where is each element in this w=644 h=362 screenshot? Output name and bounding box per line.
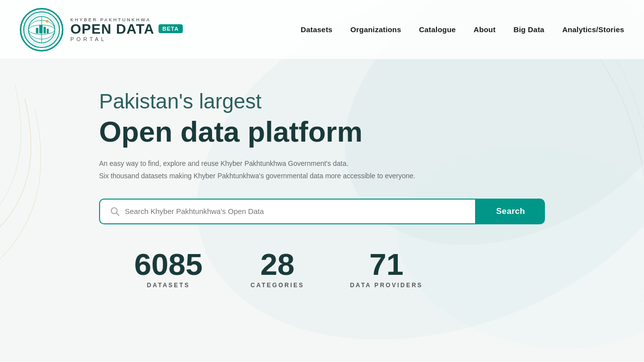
svg-rect-11	[47, 29, 49, 34]
stat-categories-number: 28	[261, 249, 295, 280]
svg-rect-8	[36, 28, 39, 33]
search-input-wrapper	[99, 199, 476, 224]
beta-badge: BETA	[159, 24, 183, 33]
nav-bigdata[interactable]: Big Data	[513, 25, 544, 34]
logo-main-text: OPEN DATA	[70, 22, 155, 36]
stat-providers-number: 71	[370, 249, 404, 280]
stat-datasets-number: 6085	[134, 249, 203, 280]
nav-catalogue[interactable]: Catalogue	[419, 25, 456, 34]
search-bar-container: Search	[99, 199, 545, 224]
search-button[interactable]: Search	[476, 199, 545, 224]
logo-text: KHYBER PAKHTUNKHWA OPEN DATA BETA PORTAL	[70, 17, 183, 42]
nav-analytics[interactable]: Analytics/Stories	[562, 25, 624, 34]
hero-subtitle: Pakistan's largest	[99, 89, 644, 114]
stats-section: 6085 DATASETS 28 CATEGORIES 71 DATA PROV…	[99, 249, 644, 289]
main-nav: Datasets Organizations Catalogue About B…	[301, 25, 624, 34]
stat-datasets: 6085 DATASETS	[114, 249, 223, 289]
logo-area[interactable]: KHYBER PAKHTUNKHWA OPEN DATA BETA PORTAL	[20, 8, 183, 52]
search-input[interactable]	[125, 207, 465, 215]
nav-about[interactable]: About	[474, 25, 495, 34]
main-content: Pakistan's largest Open data platform An…	[0, 59, 644, 289]
logo-sub-text: PORTAL	[70, 36, 183, 42]
svg-line-15	[116, 213, 119, 215]
stat-categories-label: CATEGORIES	[251, 282, 304, 289]
stat-providers: 71 DATA PROVIDERS	[332, 249, 441, 289]
nav-organizations[interactable]: Organizations	[350, 25, 401, 34]
hero-title: Open data platform	[99, 116, 644, 148]
svg-point-13	[47, 20, 48, 22]
hero-desc-line1: An easy way to find, explore and reuse K…	[99, 157, 644, 170]
logo-circle	[20, 8, 63, 52]
svg-rect-9	[39, 25, 43, 33]
stat-categories: 28 CATEGORIES	[223, 249, 332, 289]
hero-desc-line2: Six thousand datasets making Khyber Pakh…	[99, 170, 644, 182]
stat-datasets-label: DATASETS	[147, 282, 190, 289]
stat-providers-label: DATA PROVIDERS	[350, 282, 423, 289]
search-icon	[110, 207, 120, 216]
navbar: KHYBER PAKHTUNKHWA OPEN DATA BETA PORTAL…	[0, 0, 644, 59]
hero-description: An easy way to find, explore and reuse K…	[99, 157, 644, 182]
nav-datasets[interactable]: Datasets	[301, 25, 332, 34]
svg-rect-10	[44, 27, 46, 33]
